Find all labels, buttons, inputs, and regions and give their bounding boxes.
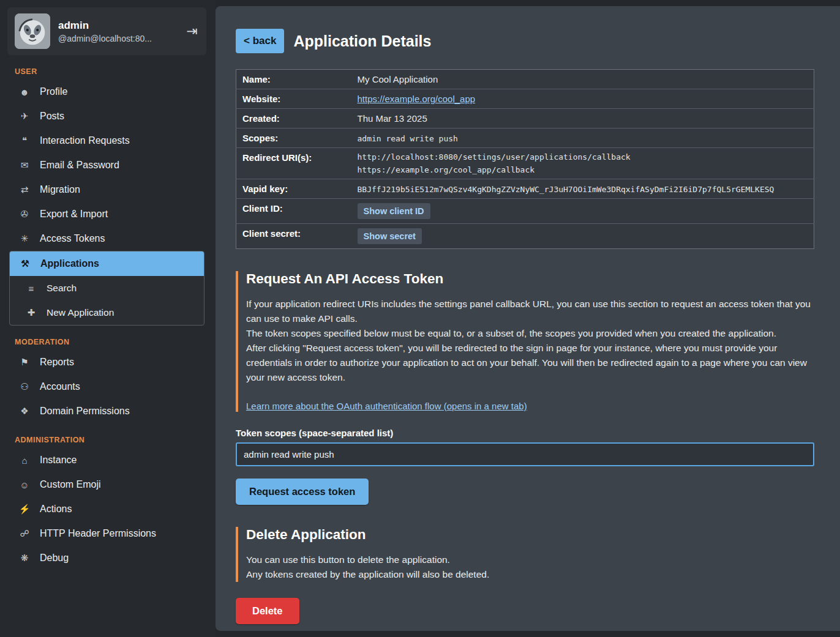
table-row-website: Website: https://example.org/cool_app (236, 89, 814, 109)
sidebar-item-interaction-requests[interactable]: ❝ Interaction Requests (0, 129, 216, 153)
application-name: My Cool Application (351, 70, 814, 89)
plus-icon: ✚ (25, 307, 37, 318)
user-card[interactable]: admin @admin@localhost:80... ⇥ (7, 7, 206, 55)
redirect-uri-1: http://localhost:8080/settings/user/appl… (358, 152, 808, 162)
sidebar-item-migration[interactable]: ⇄ Migration (0, 177, 216, 202)
sidebar-item-access-tokens[interactable]: ✳ Access Tokens (0, 226, 216, 251)
sidebar-item-label: Applications (40, 258, 99, 269)
oauth-docs-link[interactable]: Learn more about the OAuth authenticatio… (246, 401, 527, 411)
sidebar-section-administration: ADMINISTRATION (15, 436, 216, 444)
scopes-value: admin read write push (358, 134, 458, 143)
delete-application-title: Delete Application (246, 527, 814, 543)
row-label: Scopes: (236, 129, 351, 148)
request-token-para-2: The token scopes specified below must be… (246, 326, 814, 341)
table-row-redirect-uris: Redirect URI(s): http://localhost:8080/s… (236, 148, 814, 179)
sidebar-item-applications[interactable]: ⚒ Applications (10, 251, 204, 276)
sitemap-icon: ⌂ (18, 455, 31, 466)
speech-bubble-icon: ❝ (18, 135, 31, 146)
sidebar-item-actions[interactable]: ⚡ Actions (0, 497, 216, 521)
sidebar-item-label: Export & Import (40, 209, 108, 220)
sidebar-item-label: New Application (47, 307, 114, 318)
sidebar-item-label: Migration (40, 184, 80, 195)
row-label: Redirect URI(s): (236, 148, 351, 179)
sidebar-item-label: Search (47, 283, 77, 294)
table-row-vapid-key: Vapid key: BBJffJ219b5iE512m7wQSzv4KgKDh… (236, 179, 814, 199)
sidebar-item-label: Debug (40, 553, 69, 564)
tools-icon: ⚒ (19, 258, 31, 269)
sidebar-item-label: Actions (40, 504, 72, 515)
sidebar-item-label: Reports (40, 357, 74, 368)
back-button[interactable]: < back (236, 29, 284, 53)
list-icon: ≡ (25, 283, 37, 294)
vapid-key-value: BBJffJ219b5iE512m7wQSzv4KgKDhgZZVzNyWC_r… (358, 185, 774, 194)
table-row-created: Created: Thu Mar 13 2025 (236, 109, 814, 129)
main-content: < back Application Details Name: My Cool… (216, 6, 840, 631)
arrows-icon: ⇄ (18, 184, 31, 195)
sidebar-section-user: USER (15, 67, 216, 76)
asterisk-icon: ✳ (18, 233, 31, 244)
delete-info-line-1: You can use this button to delete the ap… (246, 553, 814, 567)
sidebar-item-posts[interactable]: ✈ Posts (0, 104, 216, 129)
sidebar-item-profile[interactable]: ☻ Profile (0, 80, 216, 104)
smiley-icon: ☺ (18, 480, 31, 490)
sidebar-item-applications-search[interactable]: ≡ Search (10, 276, 204, 300)
row-label: Created: (236, 109, 351, 129)
sidebar-item-label: Accounts (40, 381, 80, 392)
website-link[interactable]: https://example.org/cool_app (358, 94, 476, 104)
paper-plane-icon: ✈ (18, 111, 31, 122)
request-access-token-button[interactable]: Request access token (236, 479, 369, 505)
applications-group: ⚒ Applications ≡ Search ✚ New Applicatio… (9, 251, 204, 326)
envelope-icon: ✉ (18, 160, 31, 171)
sidebar: admin @admin@localhost:80... ⇥ USER ☻ Pr… (0, 0, 216, 637)
table-row-client-id: Client ID: Show client ID (236, 199, 814, 224)
row-label: Name: (236, 70, 351, 89)
avatar (15, 13, 50, 49)
sidebar-item-debug[interactable]: ❋ Debug (0, 546, 216, 570)
floppy-icon: ✇ (18, 209, 31, 220)
sidebar-item-new-application[interactable]: ✚ New Application (10, 300, 204, 325)
sidebar-item-export-import[interactable]: ✇ Export & Import (0, 202, 216, 226)
user-handle: @admin@localhost:80... (58, 34, 152, 43)
bug-icon: ❋ (18, 553, 31, 564)
sloth-avatar-image (15, 13, 50, 49)
token-scopes-input[interactable] (236, 442, 814, 466)
logout-icon[interactable]: ⇥ (186, 23, 199, 39)
sidebar-item-domain-permissions[interactable]: ❖ Domain Permissions (0, 399, 216, 423)
table-row-scopes: Scopes: admin read write push (236, 129, 814, 148)
sidebar-item-label: Domain Permissions (40, 406, 130, 417)
delete-application-section: Delete Application You can use this butt… (236, 527, 814, 582)
delete-button[interactable]: Delete (236, 598, 299, 624)
sidebar-item-label: Posts (40, 111, 64, 122)
row-label: Website: (236, 89, 351, 109)
token-scopes-label: Token scopes (space-separated list) (236, 428, 814, 438)
sidebar-section-moderation: MODERATION (15, 338, 216, 346)
sidebar-item-reports[interactable]: ⚑ Reports (0, 350, 216, 374)
table-row-name: Name: My Cool Application (236, 70, 814, 89)
request-token-para-1: If your application redirect URIs includ… (246, 297, 814, 326)
show-secret-button[interactable]: Show secret (358, 228, 422, 244)
token-scopes-form: Token scopes (space-separated list) Requ… (236, 428, 814, 505)
sidebar-item-custom-emoji[interactable]: ☺ Custom Emoji (0, 472, 216, 497)
sidebar-item-accounts[interactable]: ⚇ Accounts (0, 374, 216, 399)
sidebar-item-email-password[interactable]: ✉ Email & Password (0, 153, 216, 177)
sidebar-item-label: Profile (40, 86, 67, 97)
request-token-para-3: After clicking "Request access token", y… (246, 341, 814, 385)
sidebar-item-instance[interactable]: ⌂ Instance (0, 448, 216, 472)
show-client-id-button[interactable]: Show client ID (358, 203, 430, 219)
page-header: < back Application Details (236, 29, 814, 53)
delete-info-line-2: Any tokens created by the application wi… (246, 567, 814, 582)
share-icon: ☍ (18, 528, 31, 539)
sidebar-item-label: Email & Password (40, 160, 119, 171)
sidebar-item-label: HTTP Header Permissions (40, 528, 156, 539)
sidebar-item-label: Access Tokens (40, 233, 105, 244)
request-token-section: Request An API Access Token If your appl… (236, 271, 814, 412)
app-root: admin @admin@localhost:80... ⇥ USER ☻ Pr… (0, 0, 840, 637)
people-icon: ⚇ (18, 381, 31, 392)
sidebar-item-http-header-permissions[interactable]: ☍ HTTP Header Permissions (0, 521, 216, 546)
user-name: admin (58, 20, 152, 32)
bolt-icon: ⚡ (18, 504, 31, 515)
network-icon: ❖ (18, 406, 31, 417)
request-token-title: Request An API Access Token (246, 271, 814, 287)
user-info: admin @admin@localhost:80... (58, 20, 152, 43)
table-row-client-secret: Client secret: Show secret (236, 224, 814, 249)
